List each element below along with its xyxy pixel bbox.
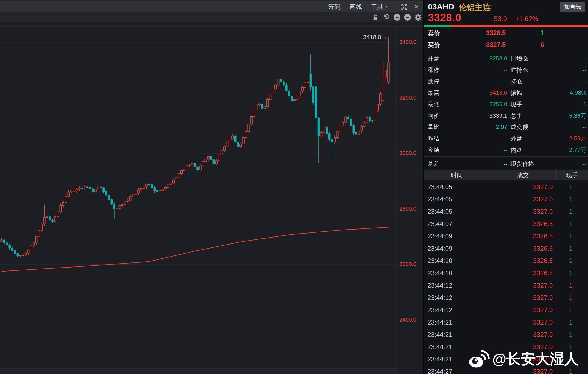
price-tick-label: 2800.0 bbox=[399, 205, 416, 212]
field-value: 1 bbox=[540, 101, 586, 108]
ask-row: 卖价 3328.5 1 bbox=[424, 27, 588, 39]
last-price: 3328.0 bbox=[428, 12, 461, 24]
trade-price: 3327.0 bbox=[499, 368, 553, 374]
field-value: 2.77万 bbox=[540, 146, 586, 154]
field-label: 均价 bbox=[428, 112, 453, 120]
price-tick-label: 3400.0 bbox=[399, 39, 416, 45]
trade-time: 23:44:12 bbox=[427, 306, 452, 314]
add-watchlist-button[interactable]: 加自选 bbox=[560, 2, 585, 12]
quote-grid-row: 昨结--外盘2.59万 bbox=[424, 133, 588, 144]
trade-price: 3327.0 bbox=[499, 282, 553, 289]
field-label: 现手 bbox=[507, 100, 540, 108]
field-label: 昨结 bbox=[428, 135, 453, 143]
field-label: 最高 bbox=[428, 89, 453, 97]
field-value: 3418.0 bbox=[453, 89, 507, 96]
divider bbox=[424, 52, 588, 52]
trade-volume: 1 bbox=[551, 257, 572, 265]
trade-time: 23:44:09 bbox=[427, 232, 452, 240]
divider bbox=[424, 170, 588, 170]
trade-row: 23:44:123327.01 bbox=[424, 279, 588, 292]
trading-app-window: 筹码 画线 工具 ▼ » bbox=[0, 0, 588, 374]
basis-row: 基差--现货价格-- bbox=[424, 158, 588, 170]
trade-time: 23:44:21 bbox=[427, 356, 452, 363]
field-value: -- bbox=[453, 135, 507, 142]
field-value: 3258.0 bbox=[453, 55, 507, 62]
zoom-in-icon[interactable]: + bbox=[394, 14, 400, 21]
gear-icon[interactable] bbox=[415, 14, 422, 21]
undo-icon[interactable] bbox=[383, 14, 390, 21]
trade-volume: 1 bbox=[551, 343, 572, 351]
divider bbox=[424, 156, 588, 157]
price-tick-label: 2600.0 bbox=[399, 261, 416, 267]
quote-grid-row: 量比2.07成交额-- bbox=[424, 121, 588, 133]
trade-time: 23:44:21 bbox=[427, 331, 452, 338]
fullscreen-icon[interactable] bbox=[400, 3, 408, 11]
trade-volume: 1 bbox=[551, 220, 572, 228]
trade-volume: 1 bbox=[551, 245, 572, 252]
trade-time: 23:44:07 bbox=[427, 220, 452, 228]
trade-price: 3327.0 bbox=[499, 183, 553, 191]
field-value: -- bbox=[540, 161, 586, 167]
buy-sell-ratio-bar bbox=[424, 25, 588, 27]
ask-label: 卖价 bbox=[428, 29, 440, 37]
bid-label: 买价 bbox=[428, 41, 440, 49]
field-value: -- bbox=[453, 78, 507, 85]
trade-time: 23:44:12 bbox=[427, 282, 452, 289]
trade-row: 23:44:213327.01 bbox=[424, 341, 588, 353]
trade-price: 3326.5 bbox=[499, 269, 553, 277]
toolbar-item-draw[interactable]: 画线 bbox=[350, 3, 362, 11]
quote-grid-row: 今结--内盘2.77万 bbox=[424, 144, 588, 156]
trade-row: 23:44:093326.51 bbox=[424, 230, 588, 242]
trades-list[interactable]: 23:44:053327.0123:44:053327.0123:44:0533… bbox=[424, 181, 588, 374]
field-label: 跌停 bbox=[428, 78, 453, 86]
price-tick-label: 3000.0 bbox=[399, 150, 416, 156]
trade-row: 23:44:073326.51 bbox=[424, 218, 588, 230]
quote-detail-grid: 开盘3258.0日增仓--涨停--昨持仓--跌停--持仓--最高3418.0振幅… bbox=[424, 53, 588, 156]
trade-row: 23:44:213327.01 bbox=[424, 329, 588, 341]
trade-price: 3327.0 bbox=[499, 343, 553, 351]
field-label: 振幅 bbox=[507, 89, 540, 97]
trade-price: 3326.5 bbox=[499, 257, 553, 265]
price-tick-label: 3200.0 bbox=[399, 94, 416, 101]
trade-time: 23:44:09 bbox=[427, 245, 452, 252]
trade-volume: 1 bbox=[551, 196, 572, 203]
field-label: 今结 bbox=[428, 146, 453, 154]
field-value: 2.07 bbox=[453, 124, 507, 131]
candlestick-chart-svg: 3418.0→ bbox=[0, 22, 423, 374]
candlestick-chart-area[interactable]: 3418.0→ 3400.03200.03000.02800.02600.024… bbox=[0, 22, 423, 374]
trade-volume: 1 bbox=[551, 282, 572, 289]
trade-volume: 2 bbox=[551, 356, 572, 363]
trade-time: 23:44:05 bbox=[427, 208, 452, 215]
trade-volume: 1 bbox=[551, 331, 572, 338]
trade-price: 3327.0 bbox=[499, 356, 553, 363]
ask-volume: 1 bbox=[512, 29, 544, 37]
trade-price: 3327.0 bbox=[499, 294, 553, 302]
basis-grid-row: 基差--现货价格-- bbox=[424, 158, 588, 170]
trade-row: 23:44:103326.51 bbox=[424, 255, 588, 267]
bid-price: 3327.5 bbox=[459, 41, 506, 48]
trade-time: 23:44:05 bbox=[427, 196, 452, 203]
field-label: 昨持仓 bbox=[507, 66, 540, 74]
toolbar-item-chips[interactable]: 筹码 bbox=[328, 3, 341, 11]
toolbar-item-tools[interactable]: 工具 ▼ bbox=[371, 3, 388, 11]
chevron-down-icon: ▼ bbox=[385, 5, 388, 9]
trade-row: 23:44:123327.01 bbox=[424, 304, 588, 316]
trades-table-header: 时间 成交 现手 bbox=[424, 170, 588, 180]
trade-row: 23:44:053327.01 bbox=[424, 205, 588, 218]
trade-row: 23:44:093326.51 bbox=[424, 242, 588, 255]
field-label: 现货价格 bbox=[507, 160, 540, 168]
bid-volume: 6 bbox=[512, 41, 544, 48]
price-tick-label: 2400.0 bbox=[399, 316, 416, 323]
zoom-out-icon[interactable]: − bbox=[404, 14, 411, 21]
trade-price: 3327.0 bbox=[499, 319, 553, 326]
trade-row: 23:44:053327.01 bbox=[424, 181, 588, 193]
trade-price: 3327.0 bbox=[499, 306, 553, 314]
trade-time: 23:44:21 bbox=[427, 343, 452, 351]
field-label: 日增仓 bbox=[507, 55, 540, 63]
field-value: -- bbox=[453, 161, 507, 167]
field-value: -- bbox=[540, 67, 586, 74]
more-tools-icon[interactable]: » bbox=[415, 2, 418, 10]
field-value: -- bbox=[453, 67, 507, 74]
lock-icon[interactable] bbox=[372, 14, 379, 21]
field-value: 4.98% bbox=[540, 89, 586, 96]
